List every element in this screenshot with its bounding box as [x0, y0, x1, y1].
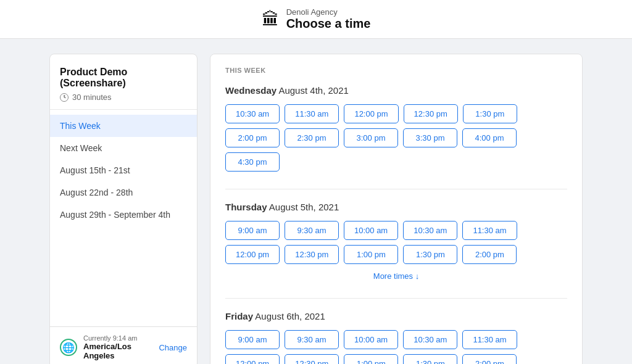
- time-slot[interactable]: 2:00 pm: [462, 354, 517, 364]
- header-text-block: Denoli Agency Choose a time: [286, 7, 371, 31]
- time-slots-thu: 9:00 am9:30 am10:00 am10:30 am11:30 am12…: [225, 221, 567, 264]
- right-panel: THIS WEEK Wednesday August 4th, 202110:3…: [210, 54, 583, 364]
- meeting-info: Product Demo (Screenshare) 30 minutes: [50, 54, 197, 110]
- day-heading-thu: Thursday August 5th, 2021: [225, 202, 567, 212]
- meeting-duration: 30 minutes: [60, 93, 187, 102]
- time-slot[interactable]: 10:30 am: [403, 330, 457, 349]
- day-section-fri: Friday August 6th, 20219:00 am9:30 am10:…: [225, 311, 567, 364]
- page-header: 🏛 Denoli Agency Choose a time: [0, 0, 632, 39]
- time-slot[interactable]: 11:30 am: [462, 330, 517, 349]
- org-icon: 🏛: [262, 9, 279, 30]
- day-section-thu: Thursday August 5th, 20219:00 am9:30 am1…: [225, 202, 567, 281]
- time-slot[interactable]: 3:30 pm: [403, 128, 457, 147]
- week-label: THIS WEEK: [225, 67, 567, 74]
- time-slot[interactable]: 11:30 am: [462, 221, 517, 240]
- day-heading-fri: Friday August 6th, 2021: [225, 311, 567, 321]
- time-slot[interactable]: 2:00 pm: [225, 128, 280, 147]
- timezone-bar: 🌐 Currently 9:14 am America/Los Angeles …: [50, 326, 197, 364]
- week-item-next-week[interactable]: Next Week: [50, 137, 197, 159]
- org-name: Denoli Agency: [286, 7, 371, 17]
- time-slot[interactable]: 10:30 am: [403, 221, 457, 240]
- time-slot[interactable]: 4:00 pm: [462, 128, 517, 147]
- day-divider: [225, 298, 567, 299]
- time-slot[interactable]: 2:30 pm: [285, 128, 339, 147]
- time-slot[interactable]: 10:30 am: [225, 104, 280, 123]
- main-content: Product Demo (Screenshare) 30 minutes Th…: [0, 39, 632, 364]
- day-heading-wed: Wednesday August 4th, 2021: [225, 85, 567, 96]
- time-slots-wed: 10:30 am11:30 am12:00 pm12:30 pm1:30 pm2…: [225, 104, 567, 172]
- duration-label: 30 minutes: [72, 93, 112, 102]
- time-slot[interactable]: 12:30 pm: [404, 104, 458, 123]
- time-slot[interactable]: 9:00 am: [225, 221, 280, 240]
- time-slot[interactable]: 1:30 pm: [403, 354, 457, 364]
- time-slot[interactable]: 10:00 am: [344, 330, 398, 349]
- time-slot[interactable]: 12:00 pm: [225, 354, 280, 364]
- time-slot[interactable]: 9:00 am: [225, 330, 280, 349]
- timezone-current: Currently 9:14 am: [83, 334, 152, 342]
- time-slot[interactable]: 9:30 am: [285, 330, 339, 349]
- time-slot[interactable]: 2:00 pm: [462, 245, 517, 264]
- timezone-text: Currently 9:14 am America/Los Angeles: [83, 334, 152, 360]
- clock-icon: [60, 93, 69, 102]
- time-slot[interactable]: 12:30 pm: [285, 245, 339, 264]
- time-slot[interactable]: 1:00 pm: [344, 354, 398, 364]
- week-item-aug-22-28[interactable]: August 22nd - 28th: [50, 181, 197, 204]
- day-section-wed: Wednesday August 4th, 202110:30 am11:30 …: [225, 85, 567, 172]
- globe-icon: 🌐: [60, 339, 77, 356]
- time-slot[interactable]: 12:00 pm: [225, 245, 280, 264]
- time-slot[interactable]: 4:30 pm: [225, 152, 280, 172]
- day-divider: [225, 189, 567, 189]
- week-item-this-week[interactable]: This Week: [50, 115, 197, 137]
- time-slot[interactable]: 9:30 am: [285, 221, 339, 240]
- week-item-aug-29-sep4[interactable]: August 29th - September 4th: [50, 204, 197, 226]
- time-slot[interactable]: 11:30 am: [285, 104, 339, 123]
- time-slot[interactable]: 1:30 pm: [463, 104, 517, 123]
- left-panel: Product Demo (Screenshare) 30 minutes Th…: [49, 54, 198, 364]
- timezone-name: America/Los Angeles: [83, 342, 152, 360]
- meeting-title: Product Demo (Screenshare): [60, 67, 187, 89]
- time-slot[interactable]: 12:30 pm: [285, 354, 339, 364]
- time-slot[interactable]: 1:30 pm: [403, 245, 457, 264]
- time-slot[interactable]: 12:00 pm: [344, 104, 398, 123]
- week-item-aug-15-21[interactable]: August 15th - 21st: [50, 159, 197, 181]
- page-title: Choose a time: [286, 17, 371, 31]
- week-list: This WeekNext WeekAugust 15th - 21stAugu…: [50, 110, 197, 326]
- change-timezone-button[interactable]: Change: [159, 343, 187, 352]
- time-slots-fri: 9:00 am9:30 am10:00 am10:30 am11:30 am12…: [225, 330, 567, 364]
- more-times-thu[interactable]: More times ↓: [225, 271, 567, 281]
- time-slot[interactable]: 10:00 am: [344, 221, 398, 240]
- time-slot[interactable]: 1:00 pm: [344, 245, 398, 264]
- time-slot[interactable]: 3:00 pm: [344, 128, 398, 147]
